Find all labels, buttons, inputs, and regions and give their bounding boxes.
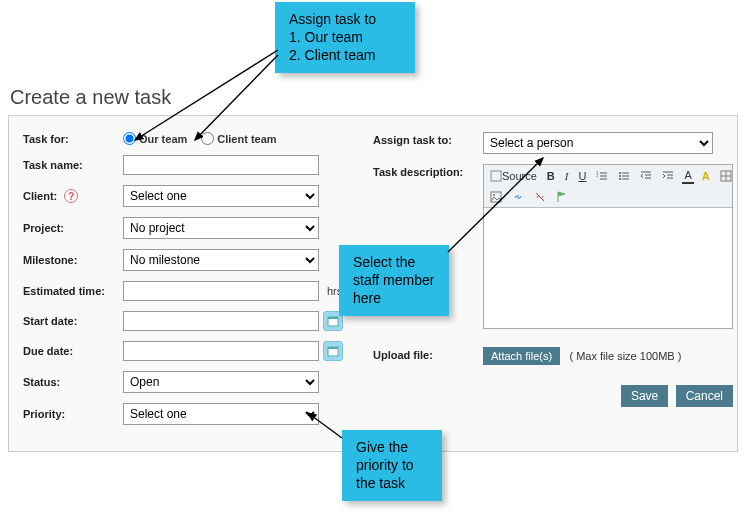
task-name-input[interactable] (123, 155, 319, 175)
project-select[interactable]: No project (123, 217, 319, 239)
radio-client-team[interactable] (201, 132, 214, 145)
form-left-column: Task for: Our team Client team Task name… (23, 132, 343, 435)
rich-text-editor: Source B I U 12 (483, 164, 733, 329)
callout-assign: Assign task to 1. Our team 2. Client tea… (275, 2, 415, 73)
page-title: Create a new task (0, 78, 746, 115)
calendar-icon[interactable] (323, 341, 343, 361)
toolbar-unlink-icon[interactable] (532, 190, 548, 204)
label-status: Status: (23, 376, 123, 388)
start-date-input[interactable] (123, 311, 319, 331)
svg-point-30 (493, 194, 495, 196)
svg-point-18 (619, 178, 621, 180)
label-upload-file: Upload file: (373, 347, 483, 365)
editor-toolbar: Source B I U 12 (484, 165, 732, 208)
editor-textarea[interactable] (484, 208, 732, 328)
label-assign-to: Assign task to: (373, 132, 483, 154)
action-buttons: Save Cancel (373, 385, 733, 407)
toolbar-italic-button[interactable]: I (563, 168, 571, 184)
status-select[interactable]: Open (123, 371, 319, 393)
label-estimated-time: Estimated time: (23, 285, 123, 297)
label-client: Client: ? (23, 189, 123, 203)
task-for-radios: Our team Client team (123, 132, 343, 145)
callout-assign-title: Assign task to (289, 10, 401, 28)
assign-to-select[interactable]: Select a person (483, 132, 713, 154)
milestone-select[interactable]: No milestone (123, 249, 319, 271)
toolbar-image-icon[interactable] (488, 190, 504, 204)
due-date-input[interactable] (123, 341, 319, 361)
toolbar-highlight-button[interactable]: A (700, 168, 712, 184)
svg-text:2: 2 (596, 173, 599, 178)
cancel-button[interactable]: Cancel (676, 385, 733, 407)
svg-rect-8 (491, 171, 501, 181)
callout-assign-line2: 2. Client team (289, 46, 401, 64)
help-icon[interactable]: ? (64, 189, 78, 203)
svg-rect-5 (328, 317, 338, 319)
radio-client-team-label[interactable]: Client team (201, 132, 276, 145)
radio-our-team[interactable] (123, 132, 136, 145)
max-file-size-label: ( Max file size 100MB ) (569, 350, 681, 362)
toolbar-table-icon[interactable] (718, 168, 734, 184)
toolbar-outdent-icon[interactable] (638, 168, 654, 184)
radio-our-team-label[interactable]: Our team (123, 132, 187, 145)
toolbar-indent-icon[interactable] (660, 168, 676, 184)
toolbar-bullet-list-icon[interactable] (616, 168, 632, 184)
estimated-time-input[interactable] (123, 281, 319, 301)
toolbar-flag-icon[interactable] (554, 190, 570, 204)
label-task-name: Task name: (23, 159, 123, 171)
toolbar-underline-button[interactable]: U (576, 168, 588, 184)
callout-assign-line1: 1. Our team (289, 28, 401, 46)
label-milestone: Milestone: (23, 254, 123, 266)
label-priority: Priority: (23, 408, 123, 420)
callout-priority: Give the priority to the task (342, 430, 442, 501)
toolbar-numbered-list-icon[interactable]: 12 (594, 168, 610, 184)
toolbar-source-button[interactable]: Source (488, 168, 539, 184)
attach-file-button[interactable]: Attach file(s) (483, 347, 560, 365)
svg-point-16 (619, 175, 621, 177)
callout-select-staff: Select the staff member here (339, 245, 449, 316)
save-button[interactable]: Save (621, 385, 668, 407)
priority-select[interactable]: Select one (123, 403, 319, 425)
svg-point-14 (619, 172, 621, 174)
label-task-for: Task for: (23, 133, 123, 145)
label-due-date: Due date: (23, 345, 123, 357)
svg-rect-29 (491, 192, 501, 202)
toolbar-link-icon[interactable] (510, 190, 526, 204)
label-project: Project: (23, 222, 123, 234)
svg-rect-7 (328, 347, 338, 349)
label-start-date: Start date: (23, 315, 123, 327)
toolbar-font-color-button[interactable]: A (682, 168, 693, 184)
toolbar-bold-button[interactable]: B (545, 168, 557, 184)
client-select[interactable]: Select one (123, 185, 319, 207)
